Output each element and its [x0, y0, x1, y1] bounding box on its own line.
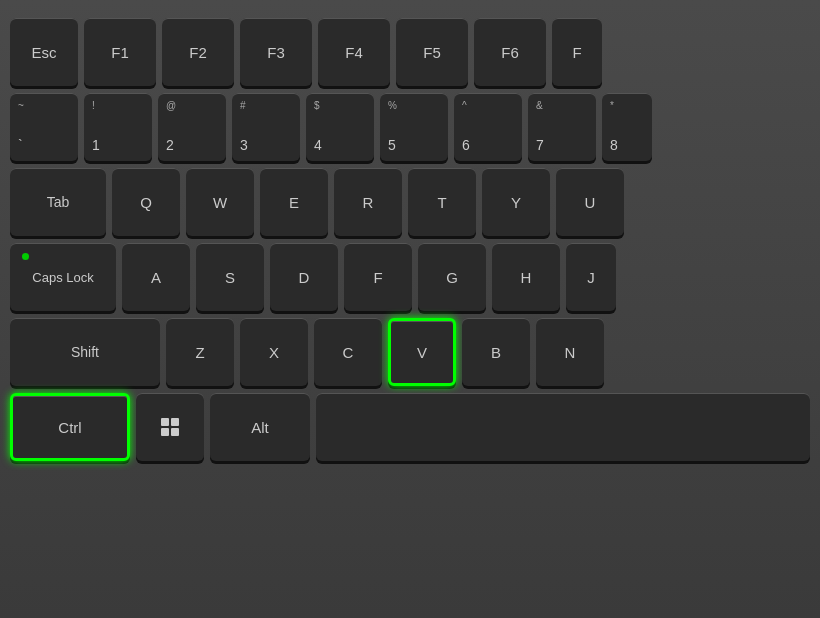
- key-n[interactable]: N: [536, 318, 604, 386]
- key-alt-left[interactable]: Alt: [210, 393, 310, 461]
- key-z[interactable]: Z: [166, 318, 234, 386]
- key-space[interactable]: [316, 393, 810, 461]
- key-f4[interactable]: F4: [318, 18, 390, 86]
- key-backtick[interactable]: ~ `: [10, 93, 78, 161]
- key-f7-partial[interactable]: F: [552, 18, 602, 86]
- key-shift-left[interactable]: Shift: [10, 318, 160, 386]
- bottom-row: Ctrl Alt: [10, 393, 810, 461]
- key-q[interactable]: Q: [112, 168, 180, 236]
- key-r[interactable]: R: [334, 168, 402, 236]
- windows-icon: [161, 418, 179, 436]
- key-a[interactable]: A: [122, 243, 190, 311]
- key-windows[interactable]: [136, 393, 204, 461]
- key-f6[interactable]: F6: [474, 18, 546, 86]
- key-x[interactable]: X: [240, 318, 308, 386]
- key-f5[interactable]: F5: [396, 18, 468, 86]
- zxcv-row: Shift Z X C V B N: [10, 318, 810, 386]
- key-tab[interactable]: Tab: [10, 168, 106, 236]
- key-7[interactable]: & 7: [528, 93, 596, 161]
- key-j-partial[interactable]: J: [566, 243, 616, 311]
- key-f[interactable]: F: [344, 243, 412, 311]
- key-s[interactable]: S: [196, 243, 264, 311]
- key-8-partial[interactable]: * 8: [602, 93, 652, 161]
- key-f2[interactable]: F2: [162, 18, 234, 86]
- key-3[interactable]: # 3: [232, 93, 300, 161]
- key-1[interactable]: ! 1: [84, 93, 152, 161]
- key-w[interactable]: W: [186, 168, 254, 236]
- key-4[interactable]: $ 4: [306, 93, 374, 161]
- key-d[interactable]: D: [270, 243, 338, 311]
- function-row: Esc F1 F2 F3 F4 F5 F6 F: [10, 18, 810, 86]
- key-u[interactable]: U: [556, 168, 624, 236]
- key-t[interactable]: T: [408, 168, 476, 236]
- key-b[interactable]: B: [462, 318, 530, 386]
- caps-lock-indicator: [22, 253, 29, 260]
- key-ctrl-left[interactable]: Ctrl: [10, 393, 130, 461]
- key-c[interactable]: C: [314, 318, 382, 386]
- key-caps-lock[interactable]: Caps Lock: [10, 243, 116, 311]
- keyboard: Esc F1 F2 F3 F4 F5 F6 F ~ ` ! 1: [0, 0, 820, 618]
- key-v[interactable]: V: [388, 318, 456, 386]
- key-e[interactable]: E: [260, 168, 328, 236]
- key-6[interactable]: ^ 6: [454, 93, 522, 161]
- key-2[interactable]: @ 2: [158, 93, 226, 161]
- key-esc[interactable]: Esc: [10, 18, 78, 86]
- key-h[interactable]: H: [492, 243, 560, 311]
- key-g[interactable]: G: [418, 243, 486, 311]
- qwerty-row: Tab Q W E R T Y U: [10, 168, 810, 236]
- key-f3[interactable]: F3: [240, 18, 312, 86]
- key-y[interactable]: Y: [482, 168, 550, 236]
- number-row: ~ ` ! 1 @ 2 # 3 $ 4 % 5 ^ 6 & 7: [10, 93, 810, 161]
- key-f1[interactable]: F1: [84, 18, 156, 86]
- key-5[interactable]: % 5: [380, 93, 448, 161]
- asdf-row: Caps Lock A S D F G H J: [10, 243, 810, 311]
